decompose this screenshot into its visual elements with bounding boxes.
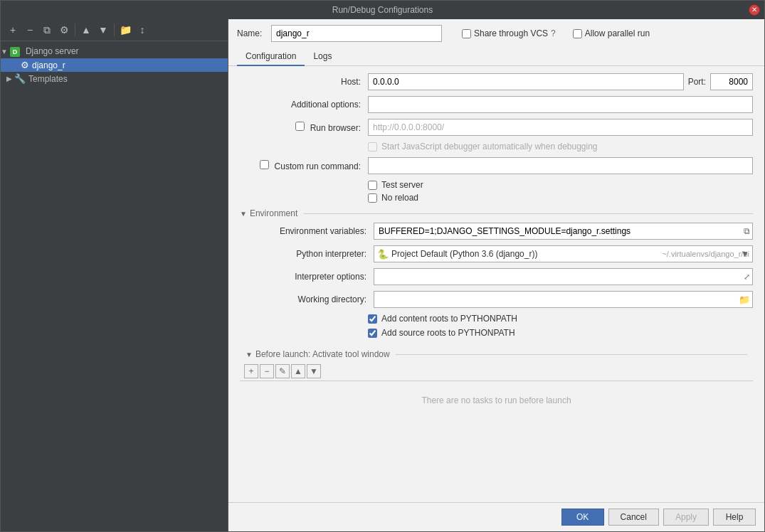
parallel-section: Allow parallel run — [573, 28, 650, 38]
before-launch-header: ▼ Before launch: Activate tool window — [240, 346, 753, 362]
host-input[interactable] — [368, 73, 684, 90]
before-launch-up-button[interactable]: ▲ — [291, 364, 305, 378]
test-server-checkbox[interactable] — [368, 181, 377, 190]
arrow-up-button[interactable]: ▲ — [78, 22, 94, 38]
tabs-row: Configuration Logs — [228, 48, 764, 66]
tree-item-django-r[interactable]: ⚙ django_r — [1, 58, 228, 72]
python-icon: 🐍 — [377, 249, 389, 260]
env-edit-icon[interactable]: ⧉ — [744, 226, 750, 236]
django-group-icon: D — [10, 46, 23, 57]
before-launch-add-button[interactable]: + — [244, 364, 258, 378]
right-panel: Name: Share through VCS ? Allow parallel… — [228, 19, 764, 531]
python-interpreter-value: Project Default (Python 3.6 (django_r)) — [391, 249, 659, 259]
add-content-roots-label: Add content roots to PYTHONPATH — [381, 314, 517, 324]
tab-configuration[interactable]: Configuration — [237, 48, 305, 66]
custom-run-cmd-input[interactable] — [368, 157, 753, 174]
add-content-roots-row: Add content roots to PYTHONPATH — [240, 314, 753, 324]
add-content-roots-checkbox[interactable] — [368, 314, 377, 324]
tree-item-label: django_r — [32, 60, 65, 70]
ok-button[interactable]: OK — [561, 509, 604, 526]
env-section-arrow[interactable]: ▼ — [240, 210, 247, 218]
port-input[interactable] — [710, 73, 753, 90]
run-debug-configurations-window: Run/Debug Configurations ✕ + − ⧉ ⚙ ▲ ▼ 📁… — [0, 0, 765, 532]
working-directory-folder-icon[interactable]: 📁 — [739, 294, 750, 305]
before-launch-empty: There are no tasks to run before launch — [240, 381, 753, 420]
sort-button[interactable]: ↕ — [134, 22, 150, 38]
host-label: Host: — [240, 77, 368, 87]
env-variables-input[interactable] — [374, 223, 753, 240]
close-button[interactable]: ✕ — [749, 4, 760, 16]
interpreter-options-row: Interpreter options: ⤢ — [240, 268, 753, 285]
arrow-down-button[interactable]: ▼ — [95, 22, 111, 38]
custom-run-cmd-checkbox[interactable] — [260, 160, 269, 169]
main-content: + − ⧉ ⚙ ▲ ▼ 📁 ↕ ▼ D Django server — [1, 19, 764, 531]
interpreter-dropdown-arrow: ▼ — [741, 249, 749, 259]
settings-button[interactable]: ⚙ — [56, 22, 72, 38]
before-launch-toolbar: + − ✎ ▲ ▼ — [240, 362, 753, 381]
cancel-button[interactable]: Cancel — [608, 509, 659, 526]
working-directory-row: Working directory: 📁 — [240, 291, 753, 308]
left-toolbar: + − ⧉ ⚙ ▲ ▼ 📁 ↕ — [1, 19, 228, 41]
custom-run-cmd-field-label: Custom run command: — [240, 160, 368, 171]
python-interpreter-select[interactable]: 🐍 Project Default (Python 3.6 (django_r)… — [374, 245, 753, 262]
tree-group-django[interactable]: ▼ D Django server — [1, 44, 228, 58]
env-input-wrapper: ⧉ — [374, 223, 753, 240]
add-config-button[interactable]: + — [5, 22, 21, 38]
env-variables-row: Environment variables: ⧉ — [240, 223, 753, 240]
remove-config-button[interactable]: − — [22, 22, 38, 38]
working-directory-input[interactable] — [374, 291, 753, 308]
share-vcs-checkbox[interactable] — [462, 29, 471, 38]
templates-label: Templates — [28, 74, 68, 84]
parallel-run-label: Allow parallel run — [585, 28, 650, 38]
tab-logs[interactable]: Logs — [305, 48, 340, 66]
test-server-row: Test server — [240, 180, 753, 190]
parallel-run-checkbox[interactable] — [573, 29, 582, 38]
help-button[interactable]: Help — [713, 509, 756, 526]
additional-options-label: Additional options: — [240, 100, 368, 110]
python-interpreter-row: Python interpreter: 🐍 Project Default (P… — [240, 245, 753, 262]
additional-options-input[interactable] — [368, 96, 753, 113]
before-launch-down-button[interactable]: ▼ — [307, 364, 321, 378]
js-debugger-checkbox[interactable] — [368, 142, 377, 151]
bottom-buttons: OK Cancel Apply Help — [228, 502, 764, 531]
before-launch-line — [396, 354, 747, 355]
before-launch-title: Before launch: Activate tool window — [255, 349, 390, 359]
js-debugger-label: Start JavaScript debugger automatically … — [381, 142, 598, 151]
run-browser-checkbox[interactable] — [295, 122, 305, 131]
copy-config-button[interactable]: ⧉ — [39, 22, 55, 38]
add-source-roots-label: Add source roots to PYTHONPATH — [381, 328, 515, 338]
group-arrow: ▼ — [1, 48, 8, 55]
test-server-label: Test server — [381, 180, 423, 190]
host-row: Host: Port: — [240, 73, 753, 90]
toolbar-separator — [75, 23, 75, 36]
interpreter-options-wrapper: ⤢ — [374, 268, 753, 285]
port-label: Port: — [688, 77, 706, 87]
before-launch-edit-button[interactable]: ✎ — [275, 364, 290, 378]
additional-options-row: Additional options: — [240, 96, 753, 113]
no-reload-checkbox[interactable] — [368, 193, 377, 203]
python-interpreter-path: ~/.virtualenvs/django_r/bi — [662, 250, 749, 258]
run-browser-input[interactable] — [368, 119, 753, 136]
working-directory-label: Working directory: — [246, 294, 374, 304]
env-section-line — [303, 213, 753, 214]
form-content: Host: Port: Additional options: Run brow… — [228, 66, 764, 502]
templates-arrow: ▶ — [6, 75, 12, 83]
expand-icon[interactable]: ⤢ — [744, 272, 750, 282]
share-vcs-label: Share through VCS — [474, 28, 548, 38]
folder-button[interactable]: 📁 — [117, 22, 133, 38]
apply-button[interactable]: Apply — [663, 509, 709, 526]
tree-item-templates[interactable]: ▶ 🔧 Templates — [1, 72, 228, 85]
before-launch-remove-button[interactable]: − — [260, 364, 274, 378]
env-section-title: Environment — [250, 208, 297, 218]
share-section: Share through VCS ? — [462, 28, 556, 38]
before-launch-wrapper: ▼ Before launch: Activate tool window + … — [240, 346, 753, 420]
name-input[interactable] — [271, 25, 442, 42]
env-variables-label: Environment variables: — [246, 226, 374, 236]
js-debugger-row: Start JavaScript debugger automatically … — [240, 142, 753, 151]
share-help-icon[interactable]: ? — [551, 28, 556, 38]
window-title: Run/Debug Configurations — [332, 5, 433, 15]
interpreter-options-label: Interpreter options: — [246, 272, 374, 282]
interpreter-options-input[interactable] — [374, 268, 753, 285]
add-source-roots-checkbox[interactable] — [368, 329, 377, 338]
before-launch-arrow[interactable]: ▼ — [246, 351, 253, 358]
